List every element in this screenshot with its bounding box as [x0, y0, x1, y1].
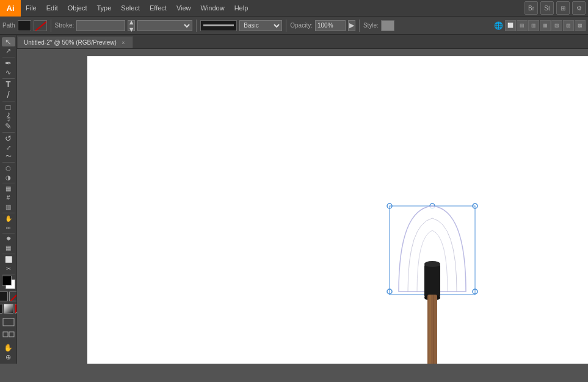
graph-tool[interactable]: ▦ — [2, 244, 15, 252]
svg-rect-5 — [3, 332, 8, 337]
align-artboard-btn[interactable]: ⬜ — [505, 20, 516, 31]
slice-tool[interactable]: ✂ — [2, 264, 15, 273]
align-top-btn[interactable]: ▧ — [551, 20, 562, 31]
menu-right-icons: Br St ⊞ ⚙ — [524, 1, 588, 15]
gradient-btn[interactable] — [4, 304, 13, 314]
tool-sep-3 — [2, 101, 15, 101]
perspective-tool[interactable]: ▦ — [2, 185, 15, 193]
stroke-select[interactable] — [137, 20, 192, 31]
main-area: ↖ ↗ ✒ ∿ T / □ 𝄞 ✎ ↺ ⤢ 〜 ⬡ ◑ ▦ # ▥ ✋ ∞ ✸ … — [0, 35, 588, 364]
svg-rect-16 — [427, 295, 437, 364]
path-label: Path — [2, 22, 15, 29]
document-tab[interactable]: Untitled-2* @ 50% (RGB/Preview) × — [17, 36, 133, 48]
menu-edit[interactable]: Edit — [42, 0, 63, 17]
curvature-tool[interactable]: ∿ — [2, 68, 15, 77]
svg-rect-13 — [424, 264, 440, 298]
mesh-tool[interactable]: # — [2, 194, 15, 202]
shovel-svg — [387, 203, 484, 364]
eyedropper-tool[interactable]: ✋ — [2, 214, 15, 222]
menu-window[interactable]: Window — [196, 0, 230, 17]
align-center-v-btn[interactable]: ▨ — [563, 20, 574, 31]
no-fill-btn[interactable] — [0, 292, 8, 301]
foreground-color[interactable] — [2, 276, 12, 285]
arrange-btn[interactable] — [2, 331, 15, 340]
menu-effect[interactable]: Effect — [145, 0, 172, 17]
menu-select[interactable]: Select — [116, 0, 145, 17]
menu-bar: Ai File Edit Object Type Select Effect V… — [0, 0, 588, 17]
workspace-icon-btn[interactable]: ⊞ — [556, 1, 570, 15]
warp-tool[interactable]: 〜 — [2, 152, 15, 161]
sep4 — [359, 20, 360, 32]
change-screen-btn[interactable] — [2, 317, 15, 328]
stroke-up-btn[interactable]: ▲▼ — [128, 20, 135, 31]
toolbox: ↖ ↗ ✒ ∿ T / □ 𝄞 ✎ ↺ ⤢ 〜 ⬡ ◑ ▦ # ▥ ✋ ∞ ✸ … — [0, 35, 17, 364]
menu-object[interactable]: Object — [63, 0, 92, 17]
tab-close-btn[interactable]: × — [120, 40, 126, 46]
svg-point-14 — [424, 261, 440, 267]
line-tool[interactable]: / — [2, 89, 15, 100]
stroke-swatch[interactable] — [34, 20, 47, 31]
tab-bar: Untitled-2* @ 50% (RGB/Preview) × — [17, 35, 588, 49]
zoom-tool[interactable]: ⊕ — [2, 353, 15, 361]
opacity-arrow[interactable]: ▶ — [348, 20, 355, 31]
options-toolbar: Path Stroke: ▲▼ Basic Opacity: ▶ Style: … — [0, 17, 588, 35]
svg-rect-18 — [433, 295, 434, 364]
opacity-label: Opacity: — [290, 22, 313, 29]
bridge-icon-btn[interactable]: Br — [524, 1, 538, 15]
rect-tool[interactable]: □ — [2, 103, 15, 112]
svg-rect-4 — [3, 318, 14, 326]
color-mode-btn[interactable] — [0, 304, 2, 314]
svg-line-0 — [34, 21, 47, 31]
tool-sep-4 — [2, 132, 15, 133]
svg-rect-6 — [9, 332, 14, 337]
type-tool[interactable]: T — [2, 79, 15, 89]
style-preview[interactable] — [381, 20, 394, 31]
opacity-input[interactable] — [315, 20, 346, 31]
align-left-btn[interactable]: ▤ — [517, 20, 528, 31]
menu-file[interactable]: File — [21, 0, 42, 17]
scale-tool[interactable]: ⤢ — [2, 144, 15, 152]
align-center-h-btn[interactable]: ▥ — [528, 20, 539, 31]
symbol-tool[interactable]: ✸ — [2, 235, 15, 243]
blend-tool[interactable]: ∞ — [2, 223, 15, 232]
free-transform-tool[interactable]: ⬡ — [2, 164, 15, 172]
menu-view[interactable]: View — [172, 0, 196, 17]
pen-tool[interactable]: ✒ — [2, 59, 15, 68]
pencil-tool[interactable]: ✎ — [2, 122, 15, 131]
style-label: Style: — [363, 22, 379, 29]
tool-sep-7 — [2, 213, 15, 213]
ai-logo: Ai — [0, 0, 21, 17]
swap-colors-btn[interactable] — [9, 292, 18, 301]
settings-icon-btn[interactable]: ⚙ — [572, 1, 586, 15]
svg-rect-2 — [4, 304, 13, 314]
paintbrush-tool[interactable]: 𝄞 — [2, 112, 15, 121]
stroke-input[interactable] — [76, 20, 125, 31]
globe-icon[interactable]: 🌐 — [492, 20, 504, 31]
fill-swatch[interactable] — [18, 20, 31, 31]
artboard-tool[interactable]: ⬜ — [2, 255, 15, 263]
align-right-btn[interactable]: ▦ — [540, 20, 551, 31]
sep1 — [51, 20, 51, 32]
color-area — [0, 276, 17, 343]
tool-sep-9 — [2, 254, 15, 254]
tool-sep-5 — [2, 162, 15, 163]
canvas-area: Untitled-2* @ 50% (RGB/Preview) × — [17, 35, 588, 364]
align-group: 🌐 ⬜ ▤ ▥ ▦ ▧ ▨ ▩ — [492, 20, 586, 31]
svg-rect-17 — [429, 295, 431, 364]
align-bottom-btn[interactable]: ▩ — [575, 20, 586, 31]
basic-select[interactable]: Basic — [239, 20, 282, 31]
select-tool[interactable]: ↖ — [2, 37, 15, 46]
shovel-artwork — [387, 203, 484, 364]
menu-help[interactable]: Help — [230, 0, 253, 17]
color-swatches[interactable] — [2, 276, 15, 289]
stroke-label: Stroke: — [55, 22, 74, 29]
sep3 — [286, 20, 286, 32]
menu-type[interactable]: Type — [92, 0, 117, 17]
gradient-tool[interactable]: ▥ — [2, 203, 15, 211]
rotate-tool[interactable]: ↺ — [2, 134, 15, 143]
svg-line-1 — [10, 292, 18, 301]
shape-builder-tool[interactable]: ◑ — [2, 173, 15, 182]
direct-select-tool[interactable]: ↗ — [2, 47, 15, 56]
hand-tool[interactable]: ✋ — [2, 343, 15, 352]
stock-icon-btn[interactable]: St — [540, 1, 554, 15]
